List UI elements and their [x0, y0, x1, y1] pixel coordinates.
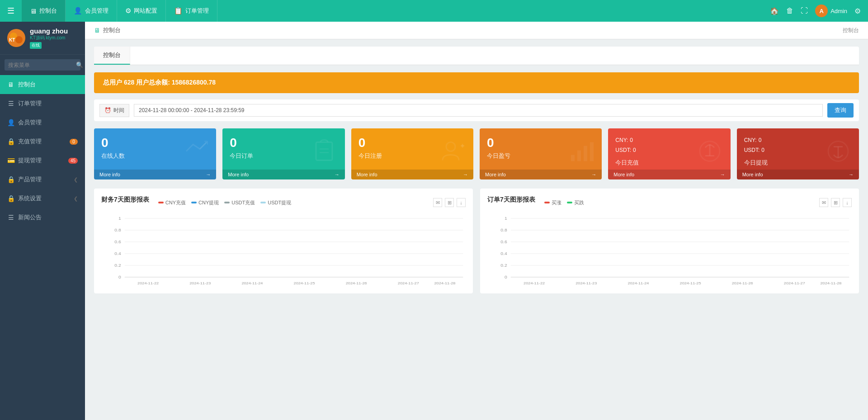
svg-text:0: 0: [505, 275, 507, 279]
card-today-recharge: CNY: 0 USDT: 0 今日充值: [608, 128, 730, 179]
product-menu-label: 产品管理: [18, 175, 70, 184]
site-config-tab-icon: ⚙: [125, 7, 131, 15]
sidebar-item-dashboard[interactable]: 🖥 控制台: [0, 75, 85, 94]
sidebar-item-withdraw[interactable]: 💳 提现管理 45: [0, 151, 85, 170]
member-menu-label: 会员管理: [18, 118, 78, 127]
finance-chart-legend: CNY充值 CNY提现 USDT充值: [158, 199, 291, 206]
sidebar-item-order[interactable]: ☰ 订单管理: [0, 94, 85, 113]
svg-text:2024-11-22: 2024-11-22: [524, 281, 545, 285]
today-withdraw-more-info[interactable]: More info →: [737, 170, 859, 179]
svg-text:0.8: 0.8: [500, 228, 507, 232]
finance-chart-container: 财务7天图形报表 CNY充值 CNY提现: [94, 189, 473, 293]
legend-buy-up-dot: [544, 202, 550, 203]
withdraw-usdt-val: 0: [761, 146, 764, 156]
today-orders-more-info[interactable]: More info →: [222, 170, 344, 179]
content-area: 🖥 控制台 控制台 控制台 总用户 628 用户总余额: 1586826800.…: [85, 22, 868, 420]
nav-toggle-btn[interactable]: ☰: [7, 6, 14, 16]
svg-text:0.6: 0.6: [500, 240, 507, 244]
dashboard-menu-label: 控制台: [18, 80, 78, 89]
today-profit-more-arrow: →: [591, 172, 596, 177]
recharge-usdt-key: USDT:: [615, 146, 631, 156]
date-range-input[interactable]: [134, 104, 823, 117]
svg-text:2024-11-27: 2024-11-27: [784, 281, 805, 285]
trash-icon[interactable]: 🗑: [786, 7, 793, 15]
legend-cny-withdraw-dot: [191, 202, 197, 203]
finance-chart-title: 财务7天图形报表: [101, 196, 149, 204]
tab-order[interactable]: 📋 订单管理: [166, 0, 217, 22]
sidebar-logo: KT guang zhou KT源码 ktym.com 在线: [0, 22, 85, 55]
svg-text:0.4: 0.4: [114, 251, 121, 256]
stat-cards-row: 0 在线人数 More info →: [94, 128, 859, 179]
sidebar-item-member[interactable]: 👤 会员管理: [0, 113, 85, 132]
today-orders-more-arrow: →: [335, 172, 340, 177]
admin-name: Admin: [830, 8, 847, 14]
svg-text:2024-11-26: 2024-11-26: [346, 281, 367, 285]
site-config-tab-label: 网站配置: [134, 7, 157, 15]
home-icon[interactable]: 🏠: [770, 7, 779, 15]
page-tab-dashboard[interactable]: 控制台: [94, 47, 130, 65]
svg-text:0.8: 0.8: [114, 228, 121, 232]
withdraw-cny-key: CNY:: [744, 136, 757, 146]
search-btn[interactable]: 🔍: [76, 61, 83, 68]
sidebar-menu: 🖥 控制台 ☰ 订单管理 👤 会员管理 🔒 充值管理 0 💳 提现管理 45: [0, 75, 85, 420]
news-menu-icon: ☰: [7, 214, 14, 221]
finance-chart-email-btn[interactable]: ✉: [433, 198, 442, 207]
online-users-more-info[interactable]: More info →: [94, 170, 216, 179]
date-label-text: 时间: [113, 107, 124, 114]
legend-usdt-recharge: USDT充值: [224, 199, 255, 206]
order-tab-icon: 📋: [174, 7, 183, 15]
sidebar-item-product[interactable]: 🔒 产品管理 ❮: [0, 170, 85, 189]
charts-row: 财务7天图形报表 CNY充值 CNY提现: [94, 189, 859, 293]
system-menu-label: 系统设置: [18, 194, 70, 203]
breadcrumb-icon: 🖥: [94, 27, 100, 34]
fullscreen-icon[interactable]: ⛶: [801, 7, 808, 15]
today-recharge-more-arrow: →: [720, 172, 725, 177]
svg-text:2024-11-24: 2024-11-24: [627, 281, 649, 285]
order-chart-grid-btn[interactable]: ⊞: [831, 198, 840, 207]
legend-usdt-withdraw: USDT提现: [260, 199, 291, 206]
legend-usdt-withdraw-label: USDT提现: [268, 199, 291, 206]
svg-rect-6: [316, 142, 332, 160]
legend-usdt-recharge-label: USDT充值: [231, 199, 255, 206]
card-today-withdraw: CNY: 0 USDT: 0 今日提现: [737, 128, 859, 179]
sidebar-item-recharge[interactable]: 🔒 充值管理 0: [0, 132, 85, 151]
system-arrow-icon: ❮: [74, 196, 78, 202]
breadcrumb-right: 控制台: [843, 27, 859, 34]
svg-text:0: 0: [118, 275, 121, 279]
svg-text:0.4: 0.4: [500, 251, 507, 256]
recharge-menu-icon: 🔒: [7, 138, 14, 145]
today-recharge-more-info[interactable]: More info →: [608, 170, 730, 179]
order-chart-email-btn[interactable]: ✉: [819, 198, 828, 207]
order-chart-download-btn[interactable]: ↓: [843, 198, 852, 207]
avatar: A: [815, 5, 828, 17]
today-register-more-info[interactable]: More info →: [351, 170, 473, 179]
settings-icon[interactable]: ⚙: [854, 7, 861, 15]
legend-usdt-recharge-dot: [224, 202, 230, 203]
sidebar-item-news[interactable]: ☰ 新闻公告: [0, 208, 85, 227]
admin-info[interactable]: A Admin: [815, 5, 847, 17]
card-online-users: 0 在线人数 More info →: [94, 128, 216, 179]
nav-tabs: 🖥 控制台 👤 会员管理 ⚙ 网站配置 📋 订单管理: [22, 0, 770, 22]
tab-site-config[interactable]: ⚙ 网站配置: [117, 0, 166, 22]
today-withdraw-bg-icon: [825, 137, 852, 170]
news-menu-label: 新闻公告: [18, 213, 78, 222]
legend-buy-down-dot: [567, 202, 572, 203]
sidebar-item-system[interactable]: 🔒 系统设置 ❮: [0, 189, 85, 208]
dashboard-tab-icon: 🖥: [30, 7, 37, 15]
legend-buy-up: 买涨: [544, 199, 561, 206]
query-button[interactable]: 查询: [827, 103, 854, 118]
tab-member[interactable]: 👤 会员管理: [66, 0, 117, 22]
breadcrumb-current: 控制台: [843, 27, 859, 33]
search-input[interactable]: [8, 62, 76, 68]
today-register-more-arrow: →: [463, 172, 468, 177]
svg-point-9: [446, 142, 455, 151]
dashboard-tab-label: 控制台: [39, 7, 57, 15]
tab-dashboard[interactable]: 🖥 控制台: [22, 0, 66, 22]
page-content: 控制台 总用户 628 用户总余额: 1586826800.78 ⏰ 时间 查询: [85, 39, 868, 301]
svg-text:2024-11-23: 2024-11-23: [576, 281, 597, 285]
breadcrumb-left: 🖥 控制台: [94, 26, 121, 34]
nav-right: 🏠 🗑 ⛶ A Admin ⚙: [770, 5, 861, 17]
finance-chart-grid-btn[interactable]: ⊞: [445, 198, 454, 207]
today-profit-more-info[interactable]: More info →: [480, 170, 602, 179]
finance-chart-download-btn[interactable]: ↓: [457, 198, 466, 207]
